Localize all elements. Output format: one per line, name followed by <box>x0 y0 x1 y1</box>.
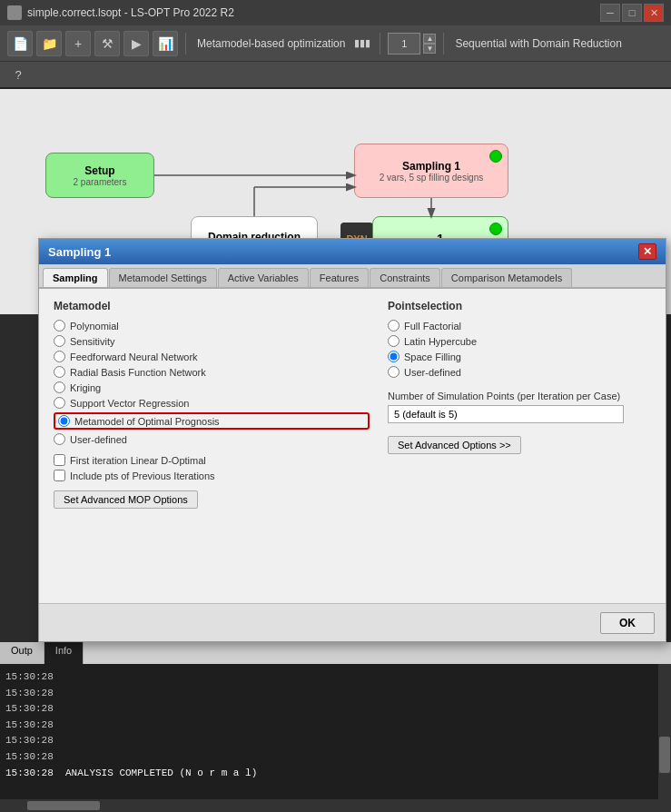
radio-rbf-input[interactable] <box>54 366 65 378</box>
dialog-footer: OK <box>39 603 666 641</box>
dialog-close-button[interactable]: ✕ <box>638 243 656 260</box>
sampling-title: Sampling 1 <box>402 160 460 173</box>
terminal: 15:30:28 15:30:28 15:30:28 15:30:28 15:3… <box>0 664 671 799</box>
chart-button[interactable]: 📊 <box>153 31 178 56</box>
terminal-line-4: 15:30:28 <box>5 718 655 734</box>
radio-full-factorial[interactable]: Full Factorial <box>388 320 651 332</box>
pointselection-radio-group: Full Factorial Latin Hypercube Space Fil… <box>388 320 651 378</box>
radio-sensitivity-input[interactable] <box>54 335 65 347</box>
setup-title: Setup <box>84 164 114 177</box>
separator-1 <box>185 33 186 54</box>
metamodel-section-title: Metamodel <box>54 300 370 312</box>
radio-kriging[interactable]: Kriging <box>54 381 370 393</box>
terminal-line-2: 15:30:28 <box>5 686 655 702</box>
iteration-spinners[interactable]: ▲ ▼ <box>423 34 436 54</box>
radio-space-filling-input[interactable] <box>388 351 400 362</box>
window-controls: ─ □ ✕ <box>600 4 664 22</box>
tools-button[interactable]: ⚒ <box>94 31 120 56</box>
radio-fnn[interactable]: Feedforward Neural Network <box>54 351 370 362</box>
setup-node[interactable]: Setup 2 parameters <box>45 153 154 198</box>
metamodel-radio-group: Polynomial Sensitivity Feedforward Neura… <box>54 320 370 445</box>
title-bar: simple.correct.lsopt - LS-OPT Pro 2022 R… <box>0 0 671 25</box>
pointselection-title: Pointselection <box>388 300 651 312</box>
terminal-hscrollbar[interactable] <box>0 799 671 812</box>
method-icon: ▮▮▮ <box>354 37 370 49</box>
checkbox-first-iter[interactable]: First iteration Linear D-Optimal <box>54 454 370 466</box>
checkboxes-section: First iteration Linear D-Optimal Include… <box>54 454 370 481</box>
tab-sampling[interactable]: Sampling <box>43 268 108 287</box>
app-icon <box>7 5 22 20</box>
radio-polynomial-input[interactable] <box>54 320 65 332</box>
dialog-title: Sampling 1 <box>48 245 638 259</box>
terminal-scrollbar-thumb[interactable] <box>659 737 670 773</box>
open-button[interactable]: 📁 <box>36 31 62 56</box>
spin-down[interactable]: ▼ <box>423 44 436 54</box>
checkbox-include-pts-input[interactable] <box>54 470 65 481</box>
sampling-status-dot <box>489 150 502 163</box>
radio-mop[interactable]: Metamodel of Optimal Prognosis <box>54 412 370 430</box>
tab-features[interactable]: Features <box>310 268 369 287</box>
window-close-button[interactable]: ✕ <box>644 4 664 22</box>
radio-mop-input[interactable] <box>58 415 70 427</box>
new-button[interactable]: 📄 <box>7 31 33 56</box>
sim-points-section: Number of Simulation Points (per Iterati… <box>388 391 651 454</box>
radio-sensitivity[interactable]: Sensitivity <box>54 335 370 347</box>
sim-points-value: 5 (default is 5) <box>388 405 624 423</box>
help-icon-btn[interactable]: ? <box>7 64 29 85</box>
terminal-scrollbar-track[interactable] <box>658 664 671 799</box>
terminal-line-3: 15:30:28 <box>5 701 655 718</box>
radio-latin-hypercube[interactable]: Latin Hypercube <box>388 335 651 347</box>
sampling-node[interactable]: Sampling 1 2 vars, 5 sp filling designs <box>354 144 508 198</box>
method-label: Metamodel-based optimization <box>197 37 345 50</box>
radio-rbf[interactable]: Radial Basis Function Network <box>54 366 370 378</box>
checkbox-first-iter-input[interactable] <box>54 454 65 466</box>
radio-user-defined-meta[interactable]: User-defined <box>54 433 370 445</box>
tab-comparison-metamodels[interactable]: Comparison Metamodels <box>441 268 572 287</box>
spin-up[interactable]: ▲ <box>423 34 436 44</box>
step1-status-dot <box>489 223 502 235</box>
radio-svr[interactable]: Support Vector Regression <box>54 397 370 409</box>
separator-2 <box>380 33 380 54</box>
set-advanced-mop-button[interactable]: Set Advanced MOP Options <box>54 490 198 509</box>
minimize-button[interactable]: ─ <box>600 4 620 22</box>
checkbox-include-pts[interactable]: Include pts of Previous Iterations <box>54 470 370 481</box>
terminal-line-date: 15:30:28 Sun Dec 4 15:30:28 2022 <box>5 797 655 799</box>
set-advanced-options-button[interactable]: Set Advanced Options >> <box>388 436 521 454</box>
bottom-tab-info[interactable]: Info <box>44 642 84 664</box>
ok-button[interactable]: OK <box>600 612 655 634</box>
radio-space-filling[interactable]: Space Filling <box>388 351 651 362</box>
dialog-title-bar: Sampling 1 ✕ <box>39 239 666 264</box>
terminal-line-blank1 <box>5 781 655 797</box>
radio-full-factorial-input[interactable] <box>388 320 400 332</box>
radio-svr-input[interactable] <box>54 397 65 409</box>
window-title: simple.correct.lsopt - LS-OPT Pro 2022 R… <box>27 6 595 19</box>
tab-constraints[interactable]: Constraints <box>370 268 440 287</box>
add-button[interactable]: + <box>65 31 91 56</box>
pointselection-section: Pointselection Full Factorial Latin Hype… <box>388 300 651 509</box>
terminal-line-6: 15:30:28 <box>5 749 655 766</box>
metamodel-section: Metamodel Polynomial Sensitivity Feedfor… <box>54 300 370 509</box>
secondary-toolbar: ? <box>0 62 671 89</box>
radio-latin-hypercube-input[interactable] <box>388 335 400 347</box>
terminal-line-5: 15:30:28 <box>5 733 655 749</box>
tab-active-variables[interactable]: Active Variables <box>218 268 309 287</box>
radio-user-defined-pt-input[interactable] <box>388 366 400 378</box>
separator-3 <box>443 33 444 54</box>
bottom-tabs: Outp Info <box>0 642 671 664</box>
bottom-tab-output[interactable]: Outp <box>0 642 44 664</box>
radio-kriging-input[interactable] <box>54 381 65 393</box>
radio-user-defined-meta-input[interactable] <box>54 433 65 445</box>
terminal-hscroll-thumb[interactable] <box>27 801 100 810</box>
maximize-button[interactable]: □ <box>622 4 642 22</box>
radio-user-defined-pt[interactable]: User-defined <box>388 366 651 378</box>
run-button[interactable]: ▶ <box>123 31 149 56</box>
radio-fnn-input[interactable] <box>54 351 65 362</box>
tab-metamodel-settings[interactable]: Metamodel Settings <box>109 268 217 287</box>
radio-polynomial[interactable]: Polynomial <box>54 320 370 332</box>
terminal-line-1: 15:30:28 <box>5 669 655 686</box>
iteration-input[interactable]: 1 <box>388 33 420 54</box>
terminal-wrapper: 15:30:28 15:30:28 15:30:28 15:30:28 15:3… <box>0 664 671 812</box>
strategy-label: Sequential with Domain Reduction <box>455 37 621 50</box>
dialog-content: Metamodel Polynomial Sensitivity Feedfor… <box>39 289 666 520</box>
setup-subtitle: 2 parameters <box>74 177 127 187</box>
